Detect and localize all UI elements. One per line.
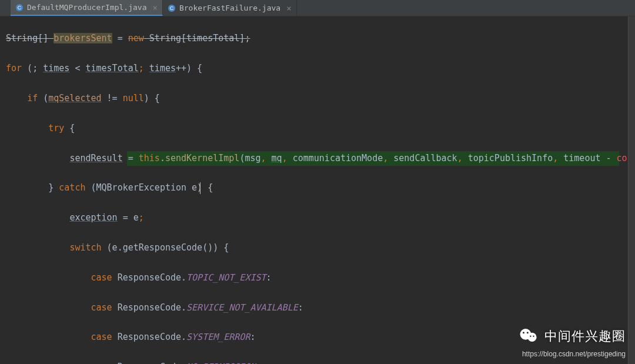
code-text: exception: [69, 212, 117, 223]
code-text: = e: [118, 212, 139, 223]
code-text: ,: [261, 153, 272, 163]
code-text: =: [123, 153, 139, 163]
code-text: ,: [457, 153, 468, 163]
code-text: times: [149, 63, 176, 74]
code-text: NO_PERMISSION: [186, 362, 255, 364]
code-text: !=: [102, 93, 123, 103]
watermark: 中间件兴趣圈: [519, 325, 626, 348]
code-text: getResponseCode: [123, 242, 202, 253]
code-text: ) {: [144, 93, 160, 103]
code-text: switch: [69, 242, 101, 253]
close-icon[interactable]: ×: [284, 4, 291, 13]
close-icon[interactable]: ×: [151, 3, 158, 12]
tab-broker-fast-failure[interactable]: C BrokerFastFailure.java ×: [163, 0, 297, 16]
code-text: new: [128, 33, 144, 44]
text-caret: [200, 182, 200, 194]
code-text: TOPIC_NOT_EXIST: [186, 272, 266, 283]
code-text: communicationMode: [293, 153, 383, 163]
java-class-icon: C: [168, 4, 176, 12]
code-text: ResponseCode.: [112, 332, 186, 342]
code-text: {: [64, 123, 75, 133]
code-text: catch: [59, 182, 85, 193]
code-text: <: [69, 63, 85, 74]
code-text: -: [601, 153, 617, 163]
code-text: ;: [139, 212, 144, 223]
code-text: ,: [282, 153, 293, 163]
code-text: ResponseCode.: [112, 302, 186, 313]
code-text: ,: [553, 153, 563, 163]
code-text: times: [43, 63, 69, 74]
svg-point-9: [533, 336, 534, 337]
tab-default-mq-producer[interactable]: C DefaultMQProducerImpl.java ×: [11, 0, 163, 16]
code-text: case: [91, 332, 112, 342]
code-text: ResponseCode.: [112, 272, 186, 283]
code-text: (msg: [239, 153, 260, 163]
code-text: sendCallback: [393, 153, 457, 163]
code-text: ;: [139, 63, 149, 74]
svg-point-7: [527, 332, 529, 333]
code-text: .: [160, 153, 165, 163]
code-text: :: [255, 362, 260, 364]
code-text: for: [6, 63, 22, 74]
tab-label: DefaultMQProducerImpl.java: [27, 3, 147, 12]
code-text: mqSelected: [48, 93, 101, 103]
code-text: sendKernelImpl: [165, 153, 239, 163]
code-text: sendResult: [69, 153, 122, 163]
code-text: null: [123, 93, 144, 103]
code-text: mq: [272, 153, 282, 163]
editor-tabs: C DefaultMQProducerImpl.java × C BrokerF…: [0, 0, 635, 16]
watermark-url: https://blog.csdn.net/prestigeding: [522, 350, 626, 358]
code-text: (;: [22, 63, 43, 74]
code-text: SERVICE_NOT_AVAILABLE: [186, 302, 298, 313]
svg-point-5: [527, 333, 536, 342]
code-text: case: [91, 362, 112, 364]
code-text: timeout: [563, 153, 600, 163]
code-text: topicPublishInfo: [468, 153, 553, 163]
code-editor[interactable]: String[] brokersSent = new String[timesT…: [0, 16, 635, 364]
svg-text:C: C: [18, 5, 22, 11]
code-text: if: [27, 93, 38, 103]
code-text: :: [266, 272, 272, 283]
code-text: case: [91, 272, 112, 283]
code-text: try: [48, 123, 64, 133]
svg-point-8: [530, 336, 531, 337]
code-text: timesTotal: [85, 63, 138, 74]
svg-text:C: C: [170, 5, 174, 11]
code-text: }: [48, 182, 59, 193]
wechat-icon: [519, 325, 539, 348]
code-text: (e.: [102, 242, 123, 253]
code-text: :: [250, 332, 255, 342]
svg-point-6: [523, 332, 524, 333]
code-text: String[timesTotal];: [144, 33, 250, 44]
code-text: =: [112, 33, 128, 44]
java-class-icon: C: [15, 4, 24, 12]
watermark-text: 中间件兴趣圈: [544, 328, 626, 345]
tab-label: BrokerFastFailure.java: [179, 4, 280, 12]
code-text: case: [91, 302, 112, 313]
code-text: this: [139, 153, 160, 163]
code-text: (MQBrokerException e) {: [85, 182, 213, 193]
code-text: SYSTEM_ERROR: [186, 332, 250, 342]
code-text: ++) {: [176, 63, 202, 74]
code-text: (: [38, 93, 48, 103]
code-text: ()) {: [202, 242, 229, 253]
code-text: ,: [383, 153, 393, 163]
code-text: ResponseCode.: [112, 362, 186, 364]
error-stripe[interactable]: [628, 16, 635, 364]
code-text: brokersSent: [54, 33, 112, 44]
code-text: String[]: [6, 33, 54, 44]
code-text: :: [298, 302, 303, 313]
